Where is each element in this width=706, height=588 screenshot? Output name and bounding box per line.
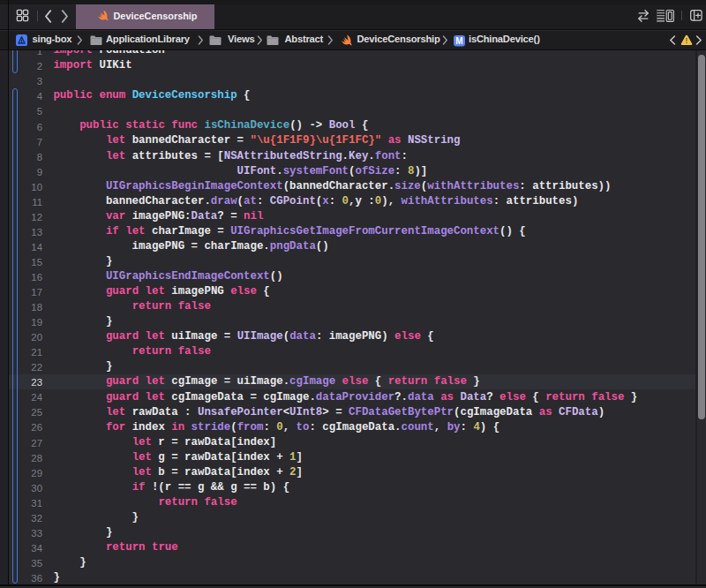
svg-text:M: M bbox=[455, 36, 462, 46]
